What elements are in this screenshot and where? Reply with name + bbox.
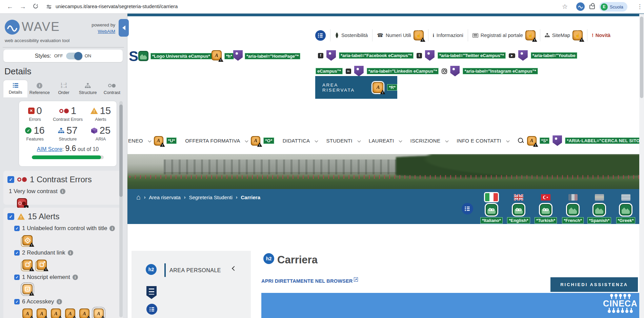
stat-contrast-errors[interactable]: 1 Contrast Errors	[49, 105, 86, 122]
accesskey-icon[interactable]	[154, 136, 163, 146]
title-alert-icon[interactable]	[572, 30, 583, 40]
reload-icon[interactable]	[33, 3, 39, 11]
tab-details[interactable]: Details	[3, 80, 27, 97]
webaim-link[interactable]: WebAIM	[98, 29, 115, 34]
nav-offerta-formativa[interactable]: OFFERTA FORMATIVA*O*	[185, 136, 274, 146]
image-icon[interactable]	[620, 204, 631, 216]
sidebar-scrollbar-thumb[interactable]	[119, 105, 123, 197]
lang-spanish[interactable]: *Spanish*	[585, 192, 614, 224]
menu-dots-icon[interactable]: ⋮	[637, 3, 643, 11]
info-icon[interactable]	[57, 299, 62, 304]
tab-reference[interactable]: Reference	[27, 80, 52, 97]
nav-studenti[interactable]: STUDENTI	[326, 138, 360, 144]
twitter-icon[interactable]	[417, 53, 422, 58]
image-link-icon[interactable]	[486, 204, 497, 216]
title-alert-icon[interactable]	[525, 30, 536, 40]
alert-checkbox[interactable]	[14, 275, 20, 280]
image-icon[interactable]	[593, 204, 605, 216]
redundant-link-icon[interactable]	[37, 260, 47, 270]
site-info-icon[interactable]	[46, 4, 52, 12]
aria-tag-icon[interactable]	[233, 50, 243, 61]
nav-laureati[interactable]: LAUREATI	[369, 138, 402, 144]
accesskey-icon[interactable]	[79, 308, 89, 318]
document-shield-icon[interactable]	[146, 286, 157, 299]
accesskey-icon[interactable]	[212, 50, 222, 60]
alert-checkbox[interactable]	[14, 226, 20, 231]
breadcrumb-area-riservata[interactable]: Area riservata	[149, 194, 180, 200]
area-riservata-button[interactable]: AREA RISERVATA *R*	[315, 76, 397, 99]
profile-chip[interactable]: E Scuola	[599, 2, 627, 12]
aria-tag-icon[interactable]	[354, 66, 364, 76]
wave-extension-icon[interactable]	[576, 2, 585, 11]
aria-tag-icon[interactable]	[552, 135, 562, 146]
very-low-contrast-icon[interactable]	[17, 198, 27, 208]
image-icon[interactable]	[567, 204, 579, 216]
list-menu-icon[interactable]	[315, 30, 326, 41]
sidebar-scrollbar[interactable]	[119, 101, 123, 317]
info-icon[interactable]	[68, 250, 73, 256]
nav-numeri-utili[interactable]: ☎Numeri Utili	[377, 30, 424, 40]
stat-features[interactable]: 16 Features	[20, 125, 49, 142]
accesskey-icon[interactable]	[373, 82, 383, 93]
bookmark-star-icon[interactable]: ☆	[562, 3, 568, 11]
collapse-panel-icon[interactable]	[232, 266, 237, 271]
nav-informazioni[interactable]: iInformazioni	[433, 33, 463, 38]
aim-score-link[interactable]: AIM Score	[37, 146, 62, 152]
alert-checkbox[interactable]	[14, 250, 20, 256]
accesskey-icon[interactable]	[527, 136, 537, 146]
image-icon[interactable]	[138, 51, 148, 61]
lang-french[interactable]: *French*	[558, 192, 587, 224]
alerts-section-checkbox[interactable]	[7, 213, 14, 220]
aria-tag-icon[interactable]	[518, 50, 528, 61]
breadcrumb-segreteria[interactable]: Segreteria Studenti	[189, 194, 232, 200]
accesskey-icon[interactable]	[22, 308, 33, 318]
contrast-section-checkbox[interactable]	[7, 176, 14, 183]
facebook-icon[interactable]	[318, 53, 323, 58]
title-alert-icon[interactable]	[414, 30, 424, 40]
accesskey-icon[interactable]	[65, 308, 75, 318]
form-title-alert-icon[interactable]	[22, 235, 33, 245]
search-icon[interactable]	[518, 137, 524, 144]
linkedin-icon[interactable]	[346, 69, 351, 74]
lang-turkish[interactable]: *Turkish*	[531, 192, 560, 224]
nav-novita[interactable]: !Novità	[592, 33, 610, 38]
nav-sostenibilita[interactable]: Sostenibilità	[335, 33, 368, 38]
url-input[interactable]: uniecampus.it/area-riservata/segreteria-…	[56, 4, 178, 9]
info-icon[interactable]	[73, 275, 78, 280]
nav-registrati[interactable]: Registrati al portale	[472, 30, 536, 40]
open-in-browser-link[interactable]: APRI DIRETTAMENTE NEL BROWSER	[261, 278, 358, 284]
accesskey-icon[interactable]	[37, 308, 47, 318]
stat-structure[interactable]: 57 Structure	[49, 125, 86, 142]
styles-toggle[interactable]	[66, 53, 82, 59]
aria-tag-icon[interactable]	[326, 50, 336, 61]
instagram-icon[interactable]	[442, 69, 447, 74]
noscript-icon[interactable]	[22, 284, 33, 294]
site-search[interactable]: *S**ARIA-LABEL="CERCA NEL SITO"*	[518, 135, 644, 146]
lang-italiano[interactable]: *Italiano*	[477, 192, 506, 224]
tab-contrast[interactable]: Contrast	[100, 80, 124, 97]
nav-iscrizione[interactable]: ISCRIZIONE	[410, 138, 448, 144]
tab-structure[interactable]: Structure	[76, 80, 100, 97]
language-menu-icon[interactable]	[462, 203, 473, 214]
nav-ateneo[interactable]: ENEO*U*	[128, 136, 177, 146]
page-scrollbar-thumb[interactable]	[640, 17, 643, 98]
list-menu-icon[interactable]	[146, 304, 157, 315]
image-link-icon[interactable]	[540, 204, 551, 216]
stat-errors[interactable]: 0 Errors	[20, 105, 49, 122]
toggle-knob[interactable]	[74, 52, 82, 60]
accesskey-icon-selected[interactable]	[94, 308, 104, 318]
aria-tag-icon[interactable]	[450, 66, 460, 76]
stat-aria[interactable]: 25 ARIA	[86, 125, 115, 142]
info-icon[interactable]	[109, 226, 115, 231]
alert-checkbox[interactable]	[14, 299, 20, 304]
sidebar-collapse-button[interactable]	[119, 19, 129, 37]
stat-alerts[interactable]: 15 Alerts	[86, 105, 115, 122]
info-icon[interactable]	[60, 189, 65, 194]
home-icon[interactable]: ⌂	[136, 194, 141, 200]
extensions-icon[interactable]	[589, 5, 595, 9]
nav-sitemap[interactable]: SiteMap	[545, 30, 583, 40]
image-link-icon[interactable]	[513, 204, 524, 216]
lang-english[interactable]: *English*	[504, 192, 533, 224]
aria-tag-icon[interactable]	[425, 50, 435, 61]
forward-icon[interactable]: →	[20, 3, 26, 11]
